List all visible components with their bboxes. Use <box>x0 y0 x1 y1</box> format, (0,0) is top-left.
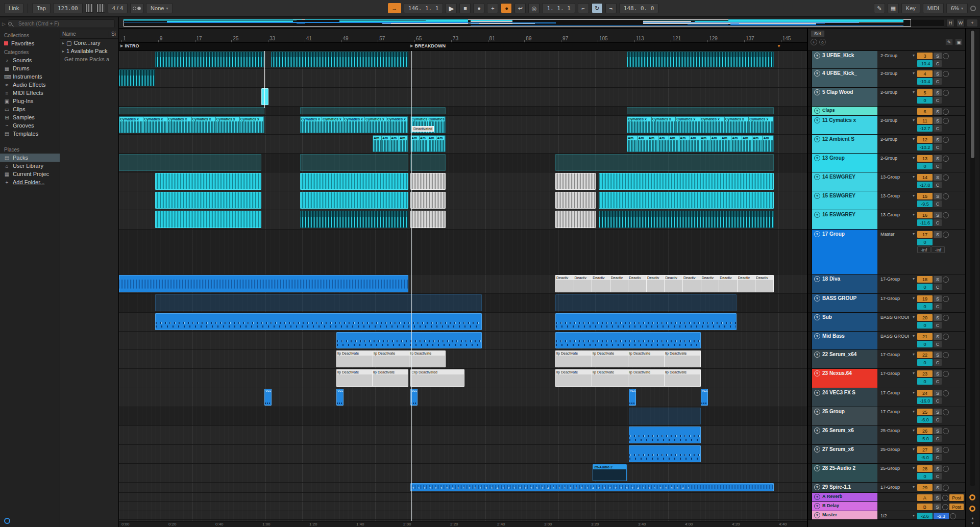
post-fader-toggle[interactable]: Post <box>949 504 964 510</box>
track-lane-a-reverb[interactable] <box>119 493 807 502</box>
track-lane-15-eswgrey[interactable] <box>119 191 807 210</box>
monitor-indicator[interactable] <box>943 334 949 340</box>
track-fold-icon[interactable]: ▾ <box>814 70 820 77</box>
clip[interactable]: lip Deactivatelip Deactivatelip Deactiva… <box>336 350 446 367</box>
pan-field[interactable]: C <box>934 416 942 423</box>
clip-segment[interactable]: Deactiv <box>737 275 755 292</box>
track-name[interactable]: ▾27 Serum_x6 <box>812 445 877 463</box>
clip[interactable] <box>555 332 701 348</box>
clip-segment[interactable]: Cymatics x <box>627 117 652 133</box>
clip[interactable]: Cymatics xCymatics xCymatics xCymatics x… <box>119 116 264 133</box>
track-routing[interactable]: 25-Group▾ <box>877 464 916 482</box>
track-header-24-vec3-fx-s[interactable]: ▾24 VEC3 FX S17-Group▾24S-16.0C <box>808 388 965 407</box>
track-number-badge[interactable]: 13 <box>917 155 933 162</box>
clip-segment[interactable]: Am <box>679 136 690 152</box>
track-fold-icon[interactable]: ▾ <box>814 108 820 114</box>
browser-item-core-rary[interactable]: ▸▢Core...rary <box>60 39 118 47</box>
tap-tempo-button[interactable]: Tap <box>32 3 51 13</box>
track-lane-bass-group[interactable] <box>119 294 807 313</box>
clip-segment[interactable]: lip Deactivate <box>555 369 592 387</box>
track-routing[interactable]: 25-Group▾ <box>877 426 916 444</box>
solo-button[interactable]: S <box>934 484 942 491</box>
track-name[interactable]: ▾25 Group <box>812 407 877 425</box>
clip-segment[interactable]: Cymatics x <box>749 117 773 133</box>
track-lane-mid-bass[interactable] <box>119 332 807 350</box>
clip[interactable] <box>155 294 482 311</box>
clip[interactable] <box>300 154 408 171</box>
sidebar-item-instruments[interactable]: ⌨Instruments <box>0 72 60 81</box>
clip-segment[interactable]: Cymatics x <box>143 117 167 133</box>
track-routing[interactable]: 17-Group▾ <box>877 350 916 368</box>
solo-button[interactable]: S <box>934 504 942 510</box>
track-header-3-ufbe-kick[interactable]: ▾3 UFBE_Kick2-Group▾3S-10.4C <box>808 51 965 69</box>
track-routing[interactable]: 13-Group▾ <box>877 210 916 229</box>
clip[interactable]: 25-Audio 2 <box>593 464 627 481</box>
clip[interactable] <box>155 211 261 228</box>
lock-envelopes-icon[interactable]: ▣ <box>955 39 963 45</box>
track-name[interactable]: ▾Claps <box>812 107 877 115</box>
sidebar-item-grooves[interactable]: ~Grooves <box>0 121 60 130</box>
volume-field[interactable]: -17.8 <box>917 182 933 188</box>
pan-field[interactable]: C <box>934 454 942 461</box>
next-locator-button[interactable]: ○ <box>819 39 826 45</box>
clip-segment[interactable]: Am <box>752 136 763 152</box>
monitor-indicator[interactable] <box>943 174 949 181</box>
track-header-15-eswgrey[interactable]: ▾15 ESWGREY13-Group▾15S-9.5C <box>808 191 965 210</box>
track-header-13-group[interactable]: ▾13 Group2-Group▾13S0C <box>808 154 965 172</box>
pan-field[interactable]: C <box>934 182 942 188</box>
volume-field[interactable]: 0 <box>917 284 933 290</box>
volume-field[interactable]: -5.0 <box>917 454 933 461</box>
track-lane-11-cymatics-x[interactable]: Cymatics xCymatics xCymatics xCymatics x… <box>119 116 807 135</box>
loop-end-marker-icon[interactable]: ▼ <box>777 44 781 48</box>
track-number-badge[interactable]: 18 <box>917 276 933 283</box>
clip-segment[interactable]: Deactiv <box>592 275 610 292</box>
monitor-indicator[interactable] <box>943 428 949 434</box>
track-lane-25-group[interactable] <box>119 407 807 426</box>
clip-segment[interactable]: Am <box>411 136 420 152</box>
track-number-badge[interactable]: 24 <box>917 390 933 396</box>
scroll-down-arrow[interactable]: ▼ <box>971 521 974 525</box>
track-name[interactable]: ▾26 Serum_x6 <box>812 426 877 444</box>
track-header-12-ambient-s[interactable]: ▾12 Ambient S2-Group▾12S-10.2C <box>808 135 965 154</box>
clip[interactable] <box>300 192 408 209</box>
clip[interactable] <box>599 192 774 209</box>
monitor-indicator[interactable] <box>943 118 949 124</box>
clip-segment[interactable]: lip Deactivate <box>592 350 628 367</box>
track-lane-18-diva[interactable]: DeactivDeactivDeactivDeactivDeactivDeact… <box>119 274 807 294</box>
clip-segment[interactable]: lip Deactivate <box>628 350 664 367</box>
track-name[interactable]: ▾Master <box>812 511 877 519</box>
track-fold-icon[interactable]: ▾ <box>814 212 820 218</box>
monitor-indicator[interactable] <box>943 390 949 396</box>
monitor-indicator[interactable] <box>943 137 949 143</box>
monitor-indicator[interactable] <box>943 466 949 472</box>
pan-field[interactable]: C <box>934 435 942 442</box>
track-header-11-cymatics-x[interactable]: ▾11 Cymatics x2-Group▾11S-12.7C <box>808 116 965 135</box>
clip-segment[interactable]: lip Deactivate <box>592 369 628 387</box>
clip[interactable]: Cymatics xCymatics xCymatics xCymatics x… <box>300 116 408 133</box>
track-fold-icon[interactable]: ▾ <box>814 89 820 95</box>
sidebar-item-sounds[interactable]: ♪Sounds <box>0 56 60 64</box>
locator-row[interactable]: ▶INTRO▶BREAKDOWN▼ <box>119 43 807 51</box>
clip-segment[interactable]: Cymatics x <box>240 117 264 133</box>
clip[interactable] <box>599 173 774 190</box>
track-lane-13-group[interactable] <box>119 154 807 172</box>
track-name[interactable]: ▾Sub <box>812 313 877 331</box>
track-name[interactable]: ▾17 Group <box>812 230 877 274</box>
clip-segment[interactable]: lip Deactivate <box>373 350 409 367</box>
track-lane-26-serum-x6[interactable] <box>119 426 807 445</box>
master-volume-field[interactable]: -2.6 <box>917 513 933 519</box>
return-letter-badge[interactable]: A <box>917 494 933 501</box>
solo-button[interactable]: S <box>934 108 942 115</box>
track-header-17-group[interactable]: ▾17 GroupMaster▾17S0-inf-inf <box>808 230 965 274</box>
volume-field[interactable]: 0 <box>917 239 933 245</box>
sidebar-item-templates[interactable]: ▤Templates <box>0 130 60 138</box>
pan-field[interactable]: C <box>934 219 942 226</box>
monitor-indicator[interactable] <box>943 71 949 77</box>
volume-field[interactable]: 0 <box>917 322 933 329</box>
track-name[interactable]: ▾29 Spire-1.1 <box>812 483 877 492</box>
volume-field[interactable]: -5.0 <box>917 435 933 442</box>
track-lane-29-spire-1-1[interactable]: 2.1 2.2 2.3 2.4 1.1 2.1 1.3 1.4 1 2.1 2.… <box>119 483 807 493</box>
solo-button[interactable]: S <box>934 212 942 218</box>
clip-segment[interactable]: Am <box>436 136 445 152</box>
time-ruler[interactable]: 0:000:200:401:001:201:402:002:202:403:00… <box>119 521 807 527</box>
